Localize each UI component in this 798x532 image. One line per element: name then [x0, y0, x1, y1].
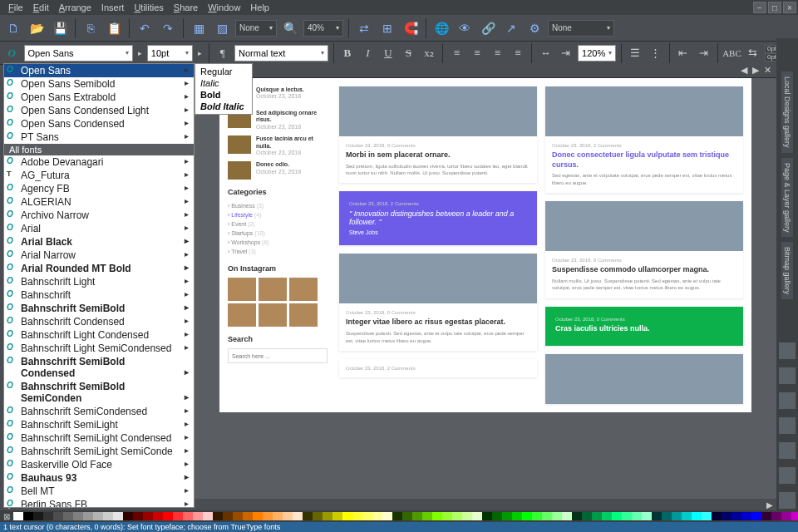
save-icon[interactable]: 💾: [50, 18, 70, 38]
numlist-button[interactable]: ⋮: [647, 44, 664, 62]
subscript-button[interactable]: x₂: [421, 44, 438, 62]
menu-edit[interactable]: Edit: [28, 2, 54, 12]
color-swatch[interactable]: [722, 512, 732, 520]
color-swatch[interactable]: [163, 512, 173, 520]
color-swatch[interactable]: [273, 512, 283, 520]
font-item[interactable]: OPT Sans: [4, 131, 194, 144]
color-swatch[interactable]: [462, 512, 472, 520]
font-item[interactable]: OBahnschrift Light SemiCondensed: [4, 342, 194, 355]
menu-utilities[interactable]: Utilities: [129, 2, 168, 12]
color-swatch[interactable]: [73, 512, 83, 520]
color-swatch[interactable]: [432, 512, 442, 520]
size-expand-icon[interactable]: ▸: [196, 49, 204, 57]
color-swatch[interactable]: [392, 512, 402, 520]
color-swatch[interactable]: [223, 512, 233, 520]
spellcheck-button[interactable]: ABC: [722, 44, 741, 62]
menu-file[interactable]: FFileile: [3, 2, 28, 12]
font-item[interactable]: OBauhaus 93: [4, 471, 194, 485]
color-swatch[interactable]: [512, 512, 522, 520]
align-right-button[interactable]: ≡: [489, 44, 506, 62]
color-swatch[interactable]: [332, 512, 342, 520]
zoom-select[interactable]: 40%: [303, 20, 343, 37]
color-swatch[interactable]: [133, 512, 143, 520]
font-dropdown[interactable]: OOpen SansOOpen Sans SemiboldOOpen Sans …: [3, 63, 195, 508]
bold-button[interactable]: B: [339, 44, 357, 62]
color-swatch[interactable]: [372, 512, 382, 520]
italic-button[interactable]: I: [359, 44, 377, 62]
color-swatch[interactable]: [23, 512, 33, 520]
indent2-button[interactable]: ⇥: [695, 44, 712, 62]
color-swatch[interactable]: [702, 512, 712, 520]
tool-icon[interactable]: [779, 367, 796, 384]
category-item[interactable]: › Travel (3): [228, 247, 328, 256]
group-icon[interactable]: ▦: [189, 18, 209, 38]
color-swatch[interactable]: [791, 512, 798, 520]
color-swatch[interactable]: [323, 512, 332, 520]
font-item[interactable]: OBahnschrift: [4, 288, 194, 302]
font-style-flyout[interactable]: RegularItalicBoldBold Italic: [195, 63, 253, 115]
font-item[interactable]: OALGERIAN: [4, 195, 194, 209]
color-swatch[interactable]: [572, 512, 582, 520]
color-swatch[interactable]: [293, 512, 303, 520]
color-swatch[interactable]: [173, 512, 183, 520]
outdent-button[interactable]: ⇤: [674, 44, 692, 62]
color-swatch[interactable]: [53, 512, 63, 520]
color-swatch[interactable]: [103, 512, 113, 520]
color-swatch[interactable]: [313, 512, 323, 520]
color-swatch[interactable]: [93, 512, 103, 520]
name-select[interactable]: None: [548, 20, 614, 37]
color-swatch[interactable]: [143, 512, 153, 520]
font-item[interactable]: OBahnschrift Light Condensed: [4, 328, 194, 342]
font-item[interactable]: OBahnschrift SemiBold: [4, 302, 194, 315]
color-swatch[interactable]: [682, 512, 692, 520]
menu-insert[interactable]: Insert: [96, 2, 130, 12]
indent-button[interactable]: ⇥: [558, 44, 575, 62]
color-swatch[interactable]: [213, 512, 223, 520]
preview-icon[interactable]: 👁: [455, 18, 475, 38]
color-swatch[interactable]: [422, 512, 432, 520]
color-swatch[interactable]: [622, 512, 632, 520]
font-item[interactable]: TAG_Futura: [4, 169, 194, 182]
font-item[interactable]: OBell MT: [4, 485, 194, 498]
tool-icon[interactable]: [779, 442, 796, 459]
category-item[interactable]: › Lifestyle (4): [228, 210, 328, 219]
style-item[interactable]: Bold Italic: [197, 101, 250, 112]
category-item[interactable]: › Startups (10): [228, 229, 328, 238]
color-swatch[interactable]: [552, 512, 562, 520]
color-swatch[interactable]: [33, 512, 43, 520]
menu-arrange[interactable]: Arrange: [54, 2, 96, 12]
font-item[interactable]: OBahnschrift SemiLight Condensed: [4, 431, 194, 445]
canvas[interactable]: Quisque a lectus.October 23, 2018Sed adi…: [195, 78, 776, 510]
align-left-button[interactable]: ≡: [448, 44, 466, 62]
color-swatch[interactable]: [402, 512, 412, 520]
color-swatch[interactable]: [283, 512, 293, 520]
color-swatch[interactable]: [63, 512, 73, 520]
font-expand-icon[interactable]: ▸: [136, 49, 144, 57]
tab-bitmap[interactable]: Bitmap gallery: [781, 242, 793, 299]
color-swatch[interactable]: [83, 512, 93, 520]
color-swatch[interactable]: [113, 512, 123, 520]
style-select[interactable]: None: [235, 20, 277, 37]
font-item[interactable]: OBaskerville Old Face: [4, 458, 194, 471]
font-item[interactable]: OOpen Sans Extrabold: [4, 91, 194, 104]
color-swatch[interactable]: [382, 512, 392, 520]
list-button[interactable]: ☰: [627, 44, 644, 62]
color-swatch[interactable]: [771, 512, 781, 520]
color-swatch[interactable]: [153, 512, 163, 520]
color-swatch[interactable]: [412, 512, 422, 520]
color-swatch[interactable]: [452, 512, 462, 520]
font-item[interactable]: OBahnschrift SemiBold SemiConden: [4, 380, 194, 405]
color-swatch[interactable]: [562, 512, 572, 520]
color-swatch[interactable]: [741, 512, 751, 520]
color-swatch[interactable]: [183, 512, 193, 520]
color-swatch[interactable]: [123, 512, 133, 520]
font-item[interactable]: OArial: [4, 222, 194, 235]
font-item[interactable]: OArial Rounded MT Bold: [4, 262, 194, 275]
tool-icon[interactable]: [779, 467, 796, 484]
color-swatch[interactable]: [632, 512, 642, 520]
font-item[interactable]: OArchivo Narrow: [4, 209, 194, 222]
new-icon[interactable]: 🗋: [3, 18, 23, 38]
ungroup-icon[interactable]: ▨: [212, 18, 232, 38]
color-swatch[interactable]: [532, 512, 542, 520]
align-center-button[interactable]: ≡: [469, 44, 486, 62]
